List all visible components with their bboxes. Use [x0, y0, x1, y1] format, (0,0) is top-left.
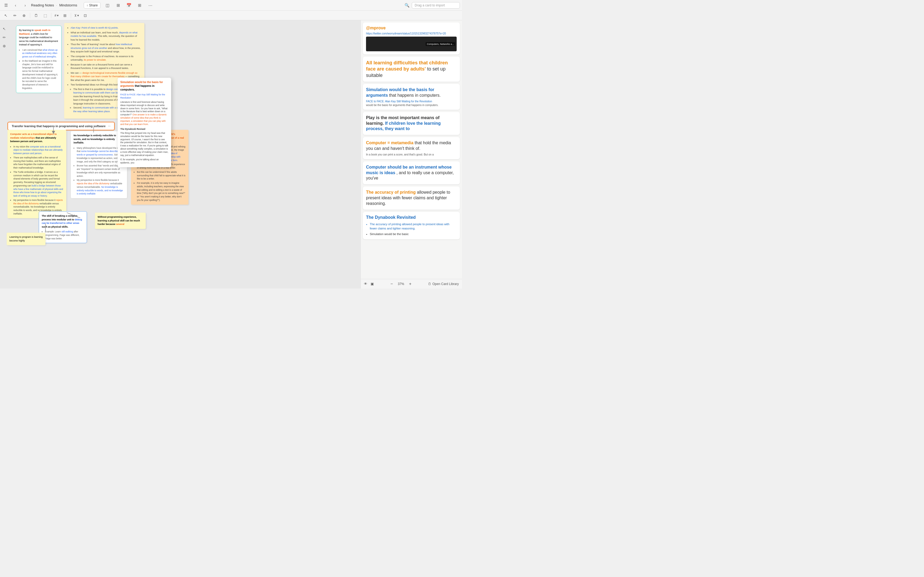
accuracy-printing-card[interactable]: The accuracy of printing allowed people …	[363, 187, 460, 210]
canvas-zoom-button[interactable]: ⊕	[1, 43, 8, 49]
metamedia-detail: In a book you can print a score, and tha…	[366, 153, 457, 156]
speak-math-bullet-1: I am convinced that what shows up as int…	[22, 48, 58, 58]
app-title: Reading Notes	[31, 3, 54, 7]
dynabook-revisited-card[interactable]: The Dynabook Revisited The accuracy of p…	[363, 212, 460, 240]
search-button[interactable]: 🔍	[403, 2, 411, 9]
mprove-url: https://twitter.com/worrydream/status/11…	[366, 32, 457, 35]
computer-instrument-card[interactable]: Computer should be an instrument whose m…	[363, 161, 460, 184]
mprove-handle: @mprove	[366, 26, 457, 31]
layers-button[interactable]: ⊞	[115, 2, 122, 9]
zoom-tool-button[interactable]: ⊕	[20, 12, 28, 19]
comp-trans-bullet-1: In my vision the computer acts as a tran…	[13, 145, 64, 155]
note-icon: 🗒	[34, 13, 38, 18]
wp-bullet-4: For example, it is only too easy to imag…	[137, 181, 186, 202]
grid-button[interactable]: ⊞	[136, 2, 143, 9]
speak-math-card: By learning to speak math in Mathland, a…	[16, 26, 61, 93]
popup-body-1: Literature is first and foremost about h…	[120, 101, 168, 126]
hashtag-icon: #	[55, 14, 57, 18]
sim-args-text: Simulation would be the basis for argume…	[366, 87, 457, 98]
collapse-button[interactable]: ⊡	[82, 12, 89, 19]
dynabook-bullet-2: Simulation would be the basic	[370, 232, 457, 237]
popup-subtitle-1: FACE to FACE: Alan Kay Still Waiting for…	[120, 93, 168, 100]
view-toggle-button[interactable]: ▣	[371, 282, 374, 286]
separator-1	[30, 13, 30, 18]
pen-tool-button[interactable]: ✏	[11, 12, 19, 19]
more-icon: ⋯	[149, 3, 152, 8]
open-card-library[interactable]: 🗒 Open Card Library	[428, 282, 459, 286]
right-panel: @mprove https://twitter.com/worrydream/s…	[360, 20, 462, 288]
skill-breaking-text: The skill of breaking a complex process …	[42, 214, 84, 229]
zoom-in-button[interactable]: +	[407, 281, 413, 287]
calendar-icon: 📅	[126, 3, 132, 8]
without-prog-text: Without programming experience, learning…	[98, 215, 143, 226]
mprove-image: Computers, Networks a...	[366, 37, 457, 51]
learning-program-card: Learning to program is learning become h…	[7, 233, 45, 245]
learning-prog-text: Learning to program is learning become h…	[10, 235, 43, 243]
no-knowledge-text: No knowledge is entirely reducible to wo…	[74, 134, 124, 145]
comp-trans-title: Computer acts as a transitional object t…	[10, 132, 64, 143]
table-icon: ⊞	[63, 13, 66, 18]
learning-difficulties-text: All learning difficulties that children …	[366, 60, 457, 79]
cursor-tool-button[interactable]: ↖	[2, 12, 10, 19]
no-knowledge-bullet-2: Bruner has asserted that "words and diag…	[77, 164, 124, 177]
layers-icon: ⊞	[116, 3, 120, 8]
image-tool-icon: ⬚	[44, 13, 47, 18]
canvas-area[interactable]: ↖ ✏ ⊕ Transfer learning that happens in …	[0, 20, 360, 288]
speak-math-bullet-2: In the Mathland we imagine in this chapt…	[22, 59, 58, 90]
note-tool-button[interactable]: 🗒	[32, 12, 40, 19]
canvas-cursor-button[interactable]: ↖	[1, 26, 8, 32]
filter-chevron-icon: ▾	[77, 14, 79, 18]
drag-import-search[interactable]: Drag a card to import	[412, 2, 460, 8]
share-button[interactable]: ↑ Share	[84, 2, 101, 8]
orange-note-item-5: Because it can take on a thousand forms …	[71, 63, 141, 70]
mprove-image-caption: Computers, Networks a...	[426, 42, 455, 46]
sim-args-more: would be the basis for arguments that ha…	[366, 104, 457, 106]
computer-metamedia-card[interactable]: Computer = metamedia that hold the media…	[363, 137, 460, 159]
forward-button[interactable]: ›	[21, 2, 29, 9]
pen-icon: ✏	[13, 13, 16, 18]
orange-note-item-2: What an individual can learn, and how mu…	[71, 31, 141, 42]
mprove-card[interactable]: @mprove https://twitter.com/worrydream/s…	[363, 23, 460, 55]
hashtag-chevron-icon: ▾	[57, 14, 58, 18]
toolbar-center: ↑ Share ◫ ⊞ 📅 ⊞ ⋯	[79, 2, 401, 9]
table-tool-button[interactable]: ⊞	[61, 12, 69, 19]
orange-note-item-3: Thus the "laws of learning" must be abou…	[71, 43, 141, 54]
plus-icon: +	[409, 282, 412, 286]
play-card[interactable]: Play is the most important means of lear…	[363, 112, 460, 135]
reader-view-icon: ◫	[106, 3, 109, 8]
transfer-learning-banner: Transfer learning that happens in progra…	[8, 122, 115, 131]
accuracy-orange: The accuracy of printing	[366, 190, 416, 195]
eye-button[interactable]: 👁	[364, 282, 367, 286]
more-button[interactable]: ⋯	[147, 2, 154, 9]
main-content: ↖ ✏ ⊕ Transfer learning that happens in …	[0, 20, 462, 288]
simulation-popup-card: Simulation would be the basis for argume…	[118, 78, 171, 167]
comp-trans-bullet-3: The Turtle embodies a bridge. It serves …	[13, 171, 64, 198]
reader-view-button[interactable]: ◫	[104, 2, 111, 9]
share-icon: ↑	[87, 4, 88, 7]
canvas-pen-button[interactable]: ✏	[1, 34, 8, 40]
no-knowledge-bullet-1: Many philosophers have developed the ide…	[77, 147, 124, 163]
hashtag-dropdown-button[interactable]: # ▾	[53, 13, 60, 18]
popup-title: Simulation would be the basis for argume…	[120, 81, 168, 92]
icon-toolbar: ↖ ✏ ⊕ 🗒 ⬚ # ▾ ⊞ ⊻ ▾ ⊡	[0, 11, 462, 20]
back-button[interactable]: ‹	[12, 2, 19, 9]
cursor-icon: ↖	[4, 13, 8, 18]
filter-dropdown-button[interactable]: ⊻ ▾	[73, 13, 80, 18]
toolbar-left: ☰ ‹ › Reading Notes · Mindstorms	[2, 2, 77, 9]
sidebar-toggle-button[interactable]: ☰	[2, 2, 10, 9]
popup-subtitle-2: The Dynabook Revised	[120, 128, 168, 131]
play-text: Play is the most important means of lear…	[366, 115, 457, 132]
simulation-arguments-card[interactable]: Simulation would be the basis for argume…	[363, 84, 460, 110]
card-lib-icon: 🗒	[428, 282, 431, 286]
zoom-out-button[interactable]: −	[389, 281, 394, 287]
image-tool-button[interactable]: ⬚	[42, 12, 49, 19]
speak-math-text: By learning to speak math in Mathland, a…	[19, 29, 58, 47]
breadcrumb-divider: ·	[56, 3, 57, 7]
learning-difficulties-card[interactable]: All learning difficulties that children …	[363, 56, 460, 82]
workspace-title: Mindstorms	[59, 3, 77, 7]
canvas-tools: ↖ ✏ ⊕	[1, 26, 8, 49]
dynabook-bullet-1: The accuracy of printing allowed people …	[370, 222, 457, 231]
grid-icon: ⊞	[138, 3, 141, 8]
calendar-button[interactable]: 📅	[125, 2, 132, 9]
toolbar-right: 🔍 Drag a card to import	[403, 2, 460, 9]
